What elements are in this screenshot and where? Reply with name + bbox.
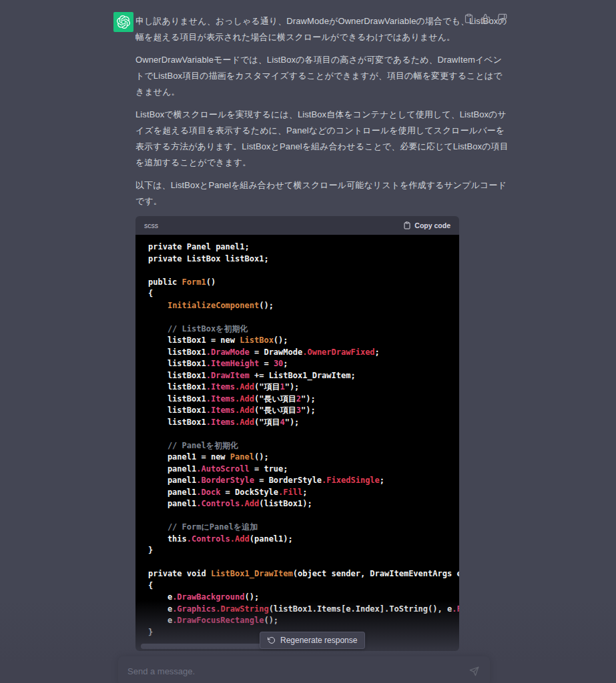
thumbs-up-button[interactable] [481,13,491,23]
code-line [148,557,459,569]
code-line: panel1.Dock = DockStyle.Fill; [148,487,459,499]
code-line: InitializeComponent(); [148,300,459,312]
code-line: private void ListBox1_DrawItem(object se… [148,568,459,580]
refresh-icon [268,636,276,644]
code-line: listBox1.DrawItem += ListBox1_DrawItem; [148,370,459,382]
code-line: e.Graphics.DrawString(listBox1.Items[e.I… [148,604,459,616]
code-block: scss Copy code private Panel panel1;priv… [135,216,459,651]
code-content: private Panel panel1;private ListBox lis… [135,235,459,651]
code-line: panel1.BorderStyle = BorderStyle.FixedSi… [148,475,459,487]
thumbs-up-icon [481,13,491,23]
copy-code-button[interactable]: Copy code [403,221,450,229]
code-line: listBox1.Items.Add("長い項目3"); [148,405,459,417]
openai-logo-icon [117,15,130,29]
code-line: public Form1() [148,277,459,289]
assistant-message-content: 申し訳ありません、おっしゃる通り、DrawModeがOwnerDrawVaria… [135,13,511,683]
code-line: this.Controls.Add(panel1); [148,534,459,546]
code-line: panel1.Controls.Add(listBox1); [148,498,459,510]
code-block-header: scss Copy code [135,216,459,235]
assistant-avatar [113,12,133,32]
code-line: { [148,288,459,300]
message-paragraph: 以下は、ListBoxとPanelを組み合わせて横スクロール可能なリストを作成す… [135,177,511,209]
code-line: panel1.AutoScroll = true; [148,464,459,476]
code-line [148,428,459,440]
code-line: { [148,580,459,592]
code-line: e.DrawFocusRectangle(); [148,615,459,627]
code-line: listBox1.Items.Add("長い項目2"); [148,394,459,406]
copy-message-button[interactable] [464,13,474,23]
assistant-message-text: 申し訳ありません、おっしゃる通り、DrawModeがOwnerDrawVaria… [135,13,511,209]
message-composer [118,656,490,683]
message-paragraph: ListBoxで横スクロールを実現するには、ListBox自体をコンテナとして使… [135,107,511,171]
message-actions [464,13,507,23]
code-line: listBox1.Items.Add("項目1"); [148,382,459,394]
paper-plane-icon [469,666,479,676]
copy-code-label: Copy code [414,221,450,229]
code-line: listBox1.DrawMode = DrawMode.OwnerDrawFi… [148,347,459,359]
assistant-message-row: 申し訳ありません、おっしゃる通り、DrawModeがOwnerDrawVaria… [0,0,616,683]
code-line [148,510,459,522]
code-line: private Panel panel1; [148,241,459,253]
code-line: e.DrawBackground(); [148,592,459,604]
message-input[interactable] [127,666,467,676]
code-line [148,311,459,323]
clipboard-icon [464,13,474,23]
regenerate-response-button[interactable]: Regenerate response [260,632,365,649]
clipboard-icon [403,221,411,229]
code-language-label: scss [144,221,158,229]
code-line: // Panelを初期化 [148,440,459,452]
code-line: listBox1.ItemHeight = 30; [148,358,459,370]
send-button[interactable] [467,664,482,679]
message-paragraph: 申し訳ありません、おっしゃる通り、DrawModeがOwnerDrawVaria… [135,13,511,45]
message-paragraph: OwnerDrawVariableモードでは、ListBoxの各項目の高さが可変… [135,52,511,100]
code-line: listBox1 = new ListBox(); [148,335,459,347]
code-line: // FormにPanelを追加 [148,522,459,534]
code-line: } [148,545,459,557]
thumbs-down-icon [497,13,507,23]
code-line: listBox1.Items.Add("項目4"); [148,417,459,429]
regenerate-label: Regenerate response [280,636,357,645]
thumbs-down-button[interactable] [497,13,507,23]
code-line: private ListBox listBox1; [148,253,459,265]
code-line [148,265,459,277]
code-line: panel1 = new Panel(); [148,452,459,464]
code-line: // ListBoxを初期化 [148,323,459,335]
